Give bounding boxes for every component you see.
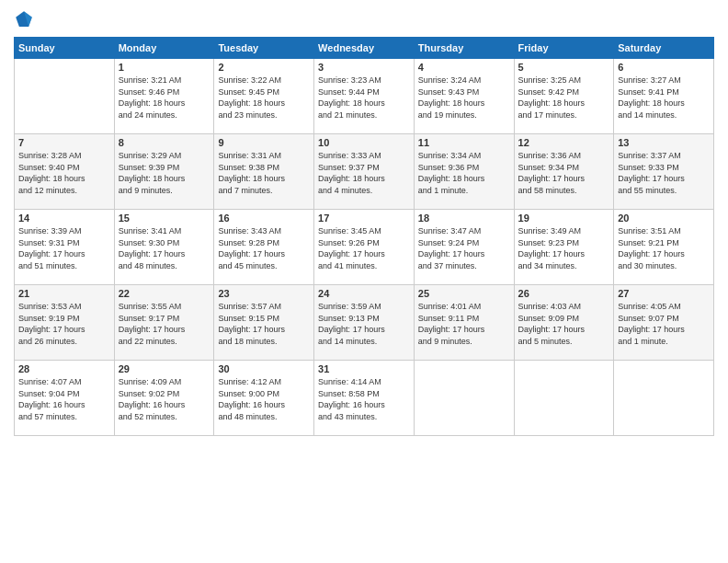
- cell-details: Sunrise: 3:24 AM Sunset: 9:43 PM Dayligh…: [418, 75, 510, 121]
- calendar-cell: 28Sunrise: 4:07 AM Sunset: 9:04 PM Dayli…: [15, 361, 115, 436]
- cell-details: Sunrise: 3:37 AM Sunset: 9:33 PM Dayligh…: [618, 150, 710, 196]
- cell-details: Sunrise: 4:12 AM Sunset: 9:00 PM Dayligh…: [218, 376, 310, 422]
- week-row-1: 1Sunrise: 3:21 AM Sunset: 9:46 PM Daylig…: [15, 59, 714, 134]
- calendar-cell: 18Sunrise: 3:47 AM Sunset: 9:24 PM Dayli…: [414, 210, 514, 285]
- cell-details: Sunrise: 3:36 AM Sunset: 9:34 PM Dayligh…: [518, 150, 610, 196]
- day-number: 14: [18, 213, 110, 224]
- cell-details: Sunrise: 3:43 AM Sunset: 9:28 PM Dayligh…: [218, 225, 310, 271]
- calendar-cell: 7Sunrise: 3:28 AM Sunset: 9:40 PM Daylig…: [15, 134, 115, 210]
- cell-details: Sunrise: 4:07 AM Sunset: 9:04 PM Dayligh…: [18, 376, 110, 422]
- day-number: 31: [318, 363, 410, 374]
- calendar-table: SundayMondayTuesdayWednesdayThursdayFrid…: [14, 37, 714, 436]
- day-number: 9: [218, 137, 310, 148]
- calendar-cell: 1Sunrise: 3:21 AM Sunset: 9:46 PM Daylig…: [114, 59, 214, 134]
- days-header-row: SundayMondayTuesdayWednesdayThursdayFrid…: [15, 38, 714, 59]
- day-number: 10: [318, 137, 410, 148]
- cell-details: Sunrise: 3:39 AM Sunset: 9:31 PM Dayligh…: [18, 225, 110, 271]
- day-number: 5: [518, 62, 610, 73]
- day-number: 21: [18, 288, 110, 299]
- week-row-2: 7Sunrise: 3:28 AM Sunset: 9:40 PM Daylig…: [15, 134, 714, 210]
- calendar-cell: 31Sunrise: 4:14 AM Sunset: 8:58 PM Dayli…: [314, 361, 415, 436]
- day-number: 28: [18, 363, 110, 374]
- calendar-cell: 30Sunrise: 4:12 AM Sunset: 9:00 PM Dayli…: [214, 361, 314, 436]
- cell-details: Sunrise: 4:01 AM Sunset: 9:11 PM Dayligh…: [418, 301, 510, 347]
- calendar-cell: 20Sunrise: 3:51 AM Sunset: 9:21 PM Dayli…: [614, 210, 714, 285]
- page-header: [14, 9, 714, 29]
- day-number: 8: [119, 137, 210, 148]
- calendar-cell: 4Sunrise: 3:24 AM Sunset: 9:43 PM Daylig…: [414, 59, 514, 134]
- week-row-3: 14Sunrise: 3:39 AM Sunset: 9:31 PM Dayli…: [15, 210, 714, 285]
- day-number: 24: [318, 288, 410, 299]
- day-number: 19: [518, 213, 610, 224]
- cell-details: Sunrise: 3:53 AM Sunset: 9:19 PM Dayligh…: [18, 301, 110, 347]
- day-header-friday: Friday: [514, 38, 614, 59]
- logo: [14, 9, 38, 29]
- cell-details: Sunrise: 3:23 AM Sunset: 9:44 PM Dayligh…: [318, 75, 410, 121]
- cell-details: Sunrise: 3:57 AM Sunset: 9:15 PM Dayligh…: [218, 301, 310, 347]
- day-number: 17: [318, 213, 410, 224]
- day-number: 26: [518, 288, 610, 299]
- day-number: 13: [618, 137, 710, 148]
- calendar-cell: [15, 59, 115, 134]
- calendar-cell: 8Sunrise: 3:29 AM Sunset: 9:39 PM Daylig…: [114, 134, 214, 210]
- day-number: 20: [618, 213, 710, 224]
- calendar-cell: 10Sunrise: 3:33 AM Sunset: 9:37 PM Dayli…: [314, 134, 415, 210]
- cell-details: Sunrise: 4:05 AM Sunset: 9:07 PM Dayligh…: [618, 301, 710, 347]
- calendar-cell: 14Sunrise: 3:39 AM Sunset: 9:31 PM Dayli…: [15, 210, 115, 285]
- day-number: 18: [418, 213, 510, 224]
- day-header-tuesday: Tuesday: [214, 38, 314, 59]
- day-number: 15: [119, 213, 210, 224]
- cell-details: Sunrise: 3:49 AM Sunset: 9:23 PM Dayligh…: [518, 225, 610, 271]
- calendar-cell: [514, 361, 614, 436]
- cell-details: Sunrise: 3:22 AM Sunset: 9:45 PM Dayligh…: [218, 75, 310, 121]
- cell-details: Sunrise: 3:41 AM Sunset: 9:30 PM Dayligh…: [119, 225, 210, 271]
- calendar-cell: 24Sunrise: 3:59 AM Sunset: 9:13 PM Dayli…: [314, 285, 415, 361]
- cell-details: Sunrise: 3:28 AM Sunset: 9:40 PM Dayligh…: [18, 150, 110, 196]
- day-number: 3: [318, 62, 410, 73]
- cell-details: Sunrise: 3:59 AM Sunset: 9:13 PM Dayligh…: [318, 301, 410, 347]
- cell-details: Sunrise: 3:55 AM Sunset: 9:17 PM Dayligh…: [119, 301, 210, 347]
- cell-details: Sunrise: 3:31 AM Sunset: 9:38 PM Dayligh…: [218, 150, 310, 196]
- calendar-cell: [614, 361, 714, 436]
- calendar-cell: 25Sunrise: 4:01 AM Sunset: 9:11 PM Dayli…: [414, 285, 514, 361]
- calendar-cell: 15Sunrise: 3:41 AM Sunset: 9:30 PM Dayli…: [114, 210, 214, 285]
- week-row-5: 28Sunrise: 4:07 AM Sunset: 9:04 PM Dayli…: [15, 361, 714, 436]
- cell-details: Sunrise: 3:29 AM Sunset: 9:39 PM Dayligh…: [119, 150, 210, 196]
- calendar-cell: 9Sunrise: 3:31 AM Sunset: 9:38 PM Daylig…: [214, 134, 314, 210]
- logo-icon: [14, 9, 34, 29]
- cell-details: Sunrise: 3:51 AM Sunset: 9:21 PM Dayligh…: [618, 225, 710, 271]
- cell-details: Sunrise: 4:09 AM Sunset: 9:02 PM Dayligh…: [119, 376, 210, 422]
- day-number: 2: [218, 62, 310, 73]
- calendar-cell: 19Sunrise: 3:49 AM Sunset: 9:23 PM Dayli…: [514, 210, 614, 285]
- cell-details: Sunrise: 3:27 AM Sunset: 9:41 PM Dayligh…: [618, 75, 710, 121]
- calendar-cell: 5Sunrise: 3:25 AM Sunset: 9:42 PM Daylig…: [514, 59, 614, 134]
- cell-details: Sunrise: 3:21 AM Sunset: 9:46 PM Dayligh…: [119, 75, 210, 121]
- calendar-cell: 11Sunrise: 3:34 AM Sunset: 9:36 PM Dayli…: [414, 134, 514, 210]
- cell-details: Sunrise: 3:33 AM Sunset: 9:37 PM Dayligh…: [318, 150, 410, 196]
- calendar-cell: 13Sunrise: 3:37 AM Sunset: 9:33 PM Dayli…: [614, 134, 714, 210]
- day-number: 30: [218, 363, 310, 374]
- calendar-cell: 29Sunrise: 4:09 AM Sunset: 9:02 PM Dayli…: [114, 361, 214, 436]
- day-number: 29: [119, 363, 210, 374]
- calendar-cell: 27Sunrise: 4:05 AM Sunset: 9:07 PM Dayli…: [614, 285, 714, 361]
- calendar-cell: 23Sunrise: 3:57 AM Sunset: 9:15 PM Dayli…: [214, 285, 314, 361]
- calendar-cell: [414, 361, 514, 436]
- cell-details: Sunrise: 3:45 AM Sunset: 9:26 PM Dayligh…: [318, 225, 410, 271]
- day-header-sunday: Sunday: [15, 38, 115, 59]
- day-header-monday: Monday: [114, 38, 214, 59]
- day-number: 23: [218, 288, 310, 299]
- day-header-thursday: Thursday: [414, 38, 514, 59]
- cell-details: Sunrise: 3:34 AM Sunset: 9:36 PM Dayligh…: [418, 150, 510, 196]
- day-number: 22: [119, 288, 210, 299]
- calendar-cell: 16Sunrise: 3:43 AM Sunset: 9:28 PM Dayli…: [214, 210, 314, 285]
- day-header-saturday: Saturday: [614, 38, 714, 59]
- cell-details: Sunrise: 3:25 AM Sunset: 9:42 PM Dayligh…: [518, 75, 610, 121]
- cell-details: Sunrise: 4:03 AM Sunset: 9:09 PM Dayligh…: [518, 301, 610, 347]
- calendar-cell: 12Sunrise: 3:36 AM Sunset: 9:34 PM Dayli…: [514, 134, 614, 210]
- calendar-cell: 2Sunrise: 3:22 AM Sunset: 9:45 PM Daylig…: [214, 59, 314, 134]
- day-number: 1: [119, 62, 210, 73]
- cell-details: Sunrise: 4:14 AM Sunset: 8:58 PM Dayligh…: [318, 376, 410, 422]
- calendar-cell: 21Sunrise: 3:53 AM Sunset: 9:19 PM Dayli…: [15, 285, 115, 361]
- day-number: 11: [418, 137, 510, 148]
- calendar-cell: 26Sunrise: 4:03 AM Sunset: 9:09 PM Dayli…: [514, 285, 614, 361]
